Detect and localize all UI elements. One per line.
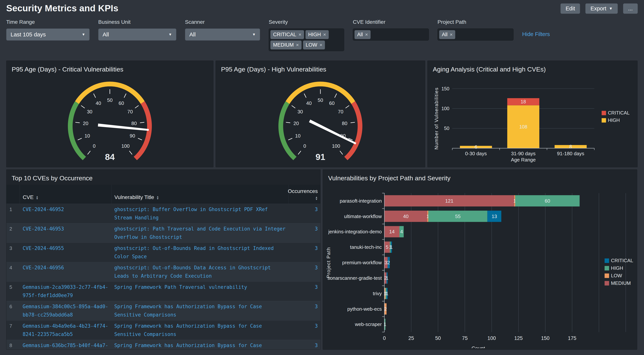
occurrences-link[interactable]: 3: [315, 206, 318, 212]
vulnerability-title-link[interactable]: ghostscript: Out-of-Bounds Read in Ghost…: [114, 246, 274, 259]
gauge-tick-label: 50: [107, 97, 112, 103]
filter-project-path: Project Path All×: [438, 19, 514, 40]
filter-time-range: Time Range Last 105 days ▼: [6, 19, 90, 40]
panel-gauge-critical: P95 Age (Days) - Critical Vulnerabilitie…: [6, 60, 214, 167]
close-icon[interactable]: ×: [323, 32, 326, 38]
filter-label: Scanner: [185, 19, 260, 25]
scanner-dropdown[interactable]: All ▼: [185, 28, 260, 40]
gauge-high-chart: 010203040506070809010091: [216, 75, 425, 166]
header-actions: Edit Export▼ ...: [560, 4, 638, 14]
close-icon[interactable]: ×: [365, 32, 368, 38]
table-row: 6Gemnasium-384c00c5-895a-4ad0-bb78-cc259…: [6, 301, 320, 320]
cve-link[interactable]: Gemnasium-2ca39033-2c77-4fb4-975f-fdef1d…: [23, 284, 108, 298]
edit-button[interactable]: Edit: [560, 4, 580, 14]
gauge-tick: [88, 151, 90, 154]
occurrences-link[interactable]: 3: [315, 342, 318, 348]
title-column-header[interactable]: Vulnerability Title▲▼: [111, 185, 288, 204]
severity-multiselect[interactable]: CRITICAL× HIGH× MEDIUM× LOW×: [269, 28, 344, 51]
panel-title: Top 10 CVEs by Occurrence: [6, 170, 320, 184]
vulnerability-title-link[interactable]: ghostscript: Out-of-Bounds Data Access i…: [114, 265, 271, 279]
row-number: 5: [6, 282, 20, 301]
vulnerability-title-link[interactable]: Spring Framework has Authorization Bypas…: [114, 304, 262, 318]
severity-token-medium[interactable]: MEDIUM×: [270, 40, 302, 50]
legend-label: CRITICAL: [608, 110, 630, 116]
severity-token-critical[interactable]: CRITICAL×: [270, 30, 304, 39]
gauge-tick-label: 0: [93, 143, 96, 149]
occurrences-cell: 3: [288, 282, 320, 301]
x-category-label: 0-30 days: [465, 151, 487, 156]
cve-cell: Gemnasium-636bc785-b40f-44a7-9c71-115cc8…: [20, 340, 111, 350]
occurrences-link[interactable]: 3: [315, 284, 318, 290]
cve-cell: Gemnasium-4b4a9e6a-4b23-4f74-8241-223575…: [20, 320, 111, 340]
severity-token-low[interactable]: LOW×: [303, 40, 325, 50]
bar-value-label: 1: [390, 244, 392, 250]
close-icon[interactable]: ×: [450, 32, 452, 38]
row-number: 4: [6, 262, 20, 282]
severity-token-high[interactable]: HIGH×: [306, 30, 329, 39]
project-token-all[interactable]: All×: [439, 30, 455, 39]
export-button[interactable]: Export▼: [585, 4, 618, 14]
gauge-tick: [304, 94, 306, 98]
chevron-down-icon: ▼: [168, 32, 172, 36]
cve-identifier-input[interactable]: All×: [353, 28, 429, 40]
filter-bar: Time Range Last 105 days ▼ Business Unit…: [0, 14, 644, 51]
cve-token-all[interactable]: All×: [354, 30, 370, 39]
gauge-tick: [135, 106, 138, 108]
cve-link[interactable]: Gemnasium-636bc785-b40f-44a7-9c71-115cc8…: [23, 342, 108, 350]
business-unit-dropdown[interactable]: All ▼: [98, 28, 176, 40]
close-icon[interactable]: ×: [298, 32, 301, 38]
occurrences-link[interactable]: 3: [315, 246, 318, 251]
gauge-tick: [334, 94, 336, 98]
gauge-tick-label: 70: [127, 109, 133, 114]
y-tick-label: 150: [442, 86, 450, 91]
occurrences-link[interactable]: 3: [315, 226, 318, 232]
close-icon[interactable]: ×: [320, 42, 322, 48]
occurrences-link[interactable]: 3: [315, 304, 318, 309]
x-tick-label: 100: [488, 336, 496, 341]
cve-link[interactable]: Gemnasium-384c00c5-895a-4ad0-bb78-cc259a…: [23, 304, 108, 318]
vulnerability-title-link[interactable]: Spring Framework Path Traversal vulnerab…: [114, 284, 247, 290]
project-path-input[interactable]: All×: [438, 28, 514, 40]
cve-link[interactable]: CVE-2024-46955: [23, 246, 64, 251]
bar-value-label: 18: [521, 99, 526, 104]
gauge-tick-label: 70: [338, 109, 344, 114]
aging-analysis-chart: 5010015060-30 days1081831-90 days891-180…: [428, 75, 638, 166]
occurrences-link[interactable]: 3: [315, 265, 318, 270]
gauge-tick: [288, 138, 292, 140]
gauge-tick-label: 10: [84, 133, 90, 139]
vulnerability-title-link[interactable]: ghostscript: Path Traversal and Code Exe…: [114, 226, 286, 240]
legend-label: MEDIUM: [611, 280, 631, 286]
panel-title: Vulnerabilities by Project Path and Seve…: [323, 170, 637, 184]
cve-link[interactable]: CVE-2024-46953: [23, 226, 64, 232]
bar-value-label: 60: [545, 198, 550, 204]
vulnerability-title-link[interactable]: ghostscript: Buffer Overflow in Ghostscr…: [114, 206, 268, 220]
gauge-tick-label: 60: [118, 100, 124, 106]
more-button[interactable]: ...: [623, 4, 638, 14]
page-title: Security Metrics and KPIs: [6, 3, 118, 14]
panel-top-cves: Top 10 CVEs by Occurrence CVE▲▼ Vulnerab…: [6, 170, 320, 350]
cve-cell: CVE-2024-46956: [20, 262, 111, 282]
hide-filters: Hide Filters: [522, 19, 550, 37]
gauge-tick-label: 40: [306, 100, 312, 106]
chevron-down-icon: ▼: [82, 32, 85, 36]
occurrences-column-header[interactable]: Occurrences▲▼: [288, 185, 320, 204]
filter-label: Business Unit: [98, 19, 176, 25]
cve-link[interactable]: CVE-2024-46956: [23, 265, 64, 270]
gauge-tick: [346, 106, 349, 108]
cve-link[interactable]: CVE-2024-46952: [23, 206, 64, 212]
bar-value-label: 55: [455, 214, 461, 219]
vulnerability-title-link[interactable]: Spring Framework has Authorization Bypas…: [114, 323, 262, 337]
cve-column-header[interactable]: CVE▲▼: [20, 185, 111, 204]
y-category-label: parasoft-integration: [340, 198, 382, 204]
hide-filters-link[interactable]: Hide Filters: [522, 31, 550, 37]
time-range-dropdown[interactable]: Last 105 days ▼: [6, 28, 90, 40]
gauge-value: 84: [105, 152, 115, 162]
table-row: 7Gemnasium-4b4a9e6a-4b23-4f74-8241-22357…: [6, 320, 320, 340]
legend-swatch: [602, 118, 606, 122]
occurrences-link[interactable]: 3: [315, 323, 318, 329]
gauge-tick: [292, 106, 295, 108]
y-axis-title: Number of Vulnerabilities: [434, 87, 439, 150]
vulnerability-title-link[interactable]: Spring Framework has Authorization Bypas…: [114, 342, 262, 350]
cve-link[interactable]: Gemnasium-4b4a9e6a-4b23-4f74-8241-223575…: [23, 323, 108, 337]
close-icon[interactable]: ×: [296, 42, 299, 48]
